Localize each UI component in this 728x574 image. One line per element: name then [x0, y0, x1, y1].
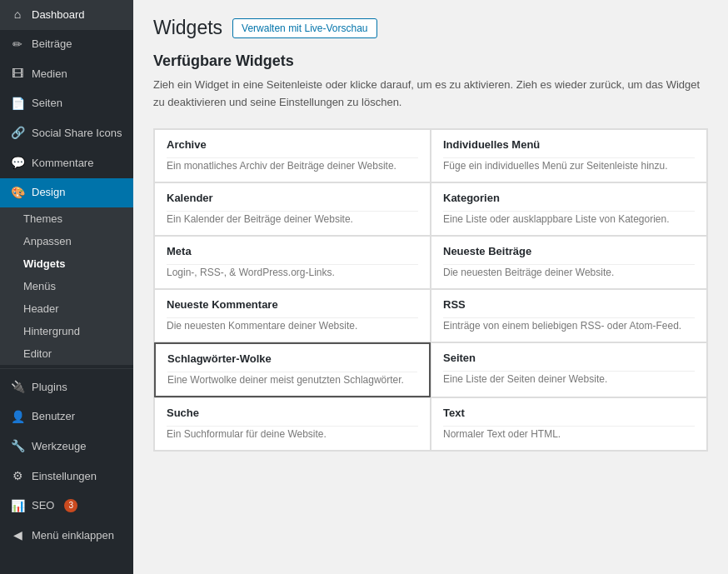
submenu-item-menues[interactable]: Menüs	[0, 275, 133, 297]
widget-desc: Normaler Text oder HTML.	[431, 427, 706, 450]
benutzer-icon: 👤	[10, 409, 25, 426]
widget-cell[interactable]: Seiten Eine Liste der Seiten deiner Webs…	[431, 342, 707, 397]
widget-name: Neueste Beiträge	[431, 237, 706, 264]
main-content: Widgets Verwalten mit Live-Vorschau Verf…	[133, 0, 728, 574]
widget-name: RSS	[431, 290, 706, 317]
collapse-icon: ◀	[10, 527, 25, 544]
widget-desc: Login-, RSS-, & WordPress.org-Links.	[155, 265, 430, 288]
dashboard-icon: ⌂	[10, 7, 25, 23]
submenu-item-hintergrund[interactable]: Hintergrund	[0, 320, 133, 342]
submenu-item-themes[interactable]: Themes	[0, 207, 133, 230]
widget-desc: Füge ein individuelles Menü zur Seitenle…	[431, 158, 706, 182]
social-share-icon: 🔗	[10, 125, 25, 142]
widget-desc: Ein Suchformular für deine Website.	[155, 427, 430, 450]
widget-cell[interactable]: Meta Login-, RSS-, & WordPress.org-Links…	[154, 236, 431, 289]
widget-cell[interactable]: Neueste Kommentare Die neuesten Kommenta…	[154, 289, 431, 342]
page-header: Widgets Verwalten mit Live-Vorschau	[153, 17, 708, 39]
einstellungen-icon: ⚙	[10, 468, 25, 485]
widget-desc: Eine Liste oder ausklappbare Liste von K…	[431, 212, 706, 235]
sidebar-item-seo[interactable]: 📊 SEO 3	[0, 492, 133, 522]
widget-cell[interactable]: Kalender Ein Kalender der Beiträge deine…	[154, 182, 431, 236]
sidebar-item-werkzeuge[interactable]: 🔧 Werkzeuge	[0, 432, 133, 462]
design-submenu: Themes Anpassen Widgets Menüs Header Hin…	[0, 207, 133, 365]
sidebar-item-beitraege[interactable]: ✏ Beiträge	[0, 30, 133, 60]
widget-desc: Die neuesten Kommentare deiner Website.	[155, 318, 430, 342]
widget-name: Individuelles Menü	[431, 130, 706, 157]
submenu-item-editor[interactable]: Editor	[0, 342, 133, 365]
design-icon: 🎨	[10, 185, 25, 202]
widget-desc: Eine Wortwolke deiner meist genutzten Sc…	[156, 372, 429, 396]
widget-cell[interactable]: Individuelles Menü Füge ein individuelle…	[431, 129, 707, 182]
widget-cell[interactable]: Text Normaler Text oder HTML.	[431, 397, 707, 451]
sidebar-item-design[interactable]: 🎨 Design	[0, 178, 133, 208]
widget-cell[interactable]: Kategorien Eine Liste oder ausklappbare …	[431, 182, 707, 236]
sidebar-item-collapse[interactable]: ◀ Menü einklappen	[0, 521, 133, 551]
sidebar: ⌂ Dashboard ✏ Beiträge 🎞 Medien 📄 Seiten…	[0, 0, 133, 574]
sidebar-item-dashboard[interactable]: ⌂ Dashboard	[0, 0, 133, 30]
widget-name: Suche	[155, 398, 430, 426]
widget-name: Schlagwörter-Wolke	[156, 344, 429, 372]
werkzeuge-icon: 🔧	[10, 438, 25, 455]
submenu-item-header[interactable]: Header	[0, 297, 133, 320]
widget-desc: Ein monatliches Archiv der Beiträge dein…	[155, 158, 430, 182]
widget-cell[interactable]: Neueste Beiträge Die neuesten Beiträge d…	[431, 236, 707, 289]
medien-icon: 🎞	[10, 66, 25, 82]
widget-name: Kalender	[155, 183, 430, 211]
sidebar-item-seiten[interactable]: 📄 Seiten	[0, 89, 133, 119]
sidebar-item-benutzer[interactable]: 👤 Benutzer	[0, 402, 133, 432]
section-description: Zieh ein Widget in eine Seitenleiste ode…	[153, 77, 708, 112]
seo-badge: 3	[64, 499, 77, 512]
widget-cell[interactable]: Archive Ein monatliches Archiv der Beitr…	[154, 129, 431, 182]
sidebar-item-einstellungen[interactable]: ⚙ Einstellungen	[0, 462, 133, 492]
widget-name: Meta	[155, 237, 430, 264]
widget-name: Text	[431, 398, 706, 426]
widget-cell[interactable]: Schlagwörter-Wolke Eine Wortwolke deiner…	[154, 342, 431, 397]
widget-cell[interactable]: RSS Einträge von einem beliebigen RSS- o…	[431, 289, 707, 342]
widget-desc: Einträge von einem beliebigen RSS- oder …	[431, 318, 706, 342]
sidebar-item-medien[interactable]: 🎞 Medien	[0, 59, 133, 89]
widget-desc: Die neuesten Beiträge deiner Website.	[431, 265, 706, 288]
kommentare-icon: 💬	[10, 155, 25, 172]
beitraege-icon: ✏	[10, 37, 25, 53]
sidebar-item-plugins[interactable]: 🔌 Plugins	[0, 372, 133, 402]
sidebar-item-social-share[interactable]: 🔗 Social Share Icons	[0, 118, 133, 148]
widget-name: Archive	[155, 130, 430, 157]
submenu-item-anpassen[interactable]: Anpassen	[0, 230, 133, 252]
widget-name: Kategorien	[431, 183, 706, 211]
seo-icon: 📊	[10, 498, 25, 515]
live-preview-button[interactable]: Verwalten mit Live-Vorschau	[232, 18, 376, 38]
widget-desc: Ein Kalender der Beiträge deiner Website…	[155, 212, 430, 235]
widget-cell[interactable]: Suche Ein Suchformular für deine Website…	[154, 397, 431, 451]
submenu-item-widgets[interactable]: Widgets	[0, 252, 133, 275]
section-title: Verfügbare Widgets	[153, 52, 708, 70]
seiten-icon: 📄	[10, 96, 25, 112]
widget-grid: Archive Ein monatliches Archiv der Beitr…	[153, 128, 708, 452]
widget-desc: Eine Liste der Seiten deiner Website.	[431, 372, 706, 395]
widget-name: Neueste Kommentare	[155, 290, 430, 317]
widget-name: Seiten	[431, 343, 706, 371]
page-title: Widgets	[153, 17, 222, 39]
sidebar-item-kommentare[interactable]: 💬 Kommentare	[0, 148, 133, 178]
plugins-icon: 🔌	[10, 379, 25, 396]
